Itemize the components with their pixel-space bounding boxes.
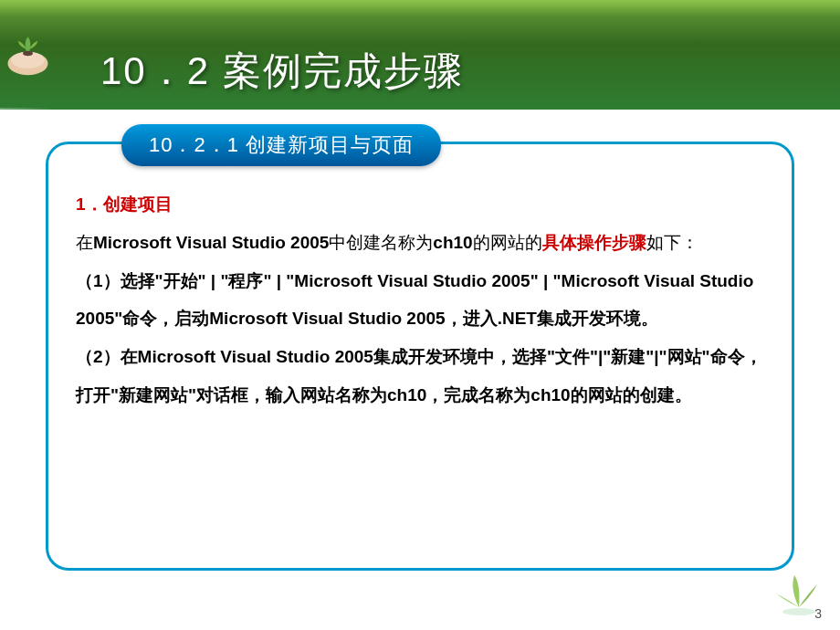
plant-decoration-icon: [762, 562, 835, 616]
p1-text-4: 如下：: [646, 233, 698, 252]
p1-text-2: 中创建名称为: [329, 233, 433, 252]
page-number: 3: [814, 606, 822, 621]
svg-point-2: [23, 50, 33, 56]
s1-bold-1: Microsoft Visual Studio 2005: [294, 271, 530, 290]
s1-text-4: ，进入: [446, 309, 498, 328]
banner-stripe: [0, 108, 55, 117]
p1-text: 在: [76, 233, 93, 252]
hand-plant-icon: [0, 26, 55, 80]
svg-point-3: [782, 608, 815, 615]
s1-bold-4: .NET: [498, 309, 537, 328]
s1-bold-3: Microsoft Visual Studio 2005: [209, 309, 445, 328]
s1-text-5: 集成开发环境。: [537, 309, 658, 328]
section-title: 10．2 案例完成步骤: [100, 46, 464, 97]
top-banner: 10．2 案例完成步骤: [0, 0, 840, 110]
content-frame: 10．2．1 创建新项目与页面 1．创建项目 在Microsoft Visual…: [46, 142, 794, 571]
heading-text: 创建项目: [103, 194, 173, 214]
s2-bold-1: Microsoft Visual Studio 2005: [138, 347, 373, 366]
s1-text-2: " | ": [530, 271, 562, 290]
s2-bold-2: ch10: [387, 385, 426, 404]
s1-text-3: "命令，启动: [114, 309, 209, 328]
p1-bold-2: ch10: [433, 233, 472, 252]
p1-red: 具体操作步骤: [542, 233, 646, 252]
s2-text-3: ，完成名称为: [426, 385, 530, 404]
heading-number: 1．: [76, 194, 103, 214]
s2-text-4: 的网站的创建。: [571, 385, 692, 404]
p1-text-3: 的网站的: [473, 233, 542, 252]
subsection-pill: 10．2．1 创建新项目与页面: [121, 124, 441, 166]
s2-bold-3: ch10: [530, 385, 570, 404]
document-body: 1．创建项目 在Microsoft Visual Studio 2005中创建名…: [76, 185, 764, 415]
s2-text-1: （2）在: [76, 347, 138, 366]
s1-text-1: （1）选择"开始" | "程序" | ": [76, 271, 294, 290]
p1-bold-1: Microsoft Visual Studio 2005: [93, 233, 329, 252]
